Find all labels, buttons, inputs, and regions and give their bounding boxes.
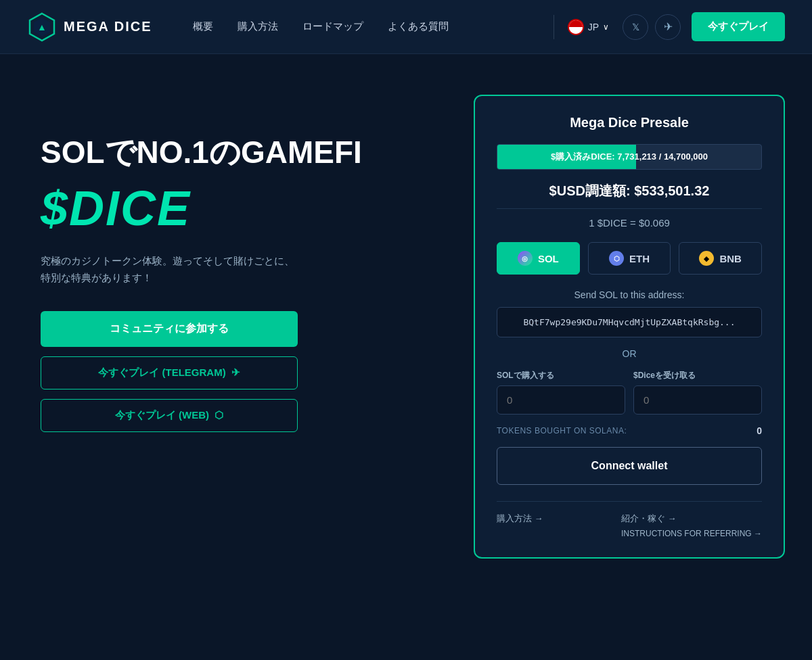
sol-label: SOL xyxy=(538,253,559,264)
nav-link-roadmap[interactable]: ロードマップ xyxy=(302,20,363,33)
card-footer: 購入方法 → 紹介・稼ぐ → INSTRUCTIONS FOR REFERRIN… xyxy=(497,501,762,538)
logo-text: MEGA DICE xyxy=(64,19,152,34)
lang-selector[interactable]: JP ∨ xyxy=(568,19,609,35)
chevron-down-icon: ∨ xyxy=(603,22,609,32)
divider-line xyxy=(497,208,762,209)
flag-icon xyxy=(568,19,584,35)
main-content: SOLでNO.1のGAMEFI $DICE 究極のカジノトークン体験。遊ってそし… xyxy=(0,54,812,586)
referral-link[interactable]: 紹介・稼ぐ → xyxy=(621,513,762,525)
twitter-icon: 𝕏 xyxy=(632,22,639,32)
or-divider: OR xyxy=(497,348,762,359)
card-footer-links: 購入方法 → 紹介・稼ぐ → INSTRUCTIONS FOR REFERRIN… xyxy=(497,513,762,538)
currency-tabs: ◎ SOL ⬡ ETH ◆ BNB xyxy=(497,242,762,275)
buy-sol-group: SOLで購入する xyxy=(497,370,625,415)
footer-left: 購入方法 → xyxy=(497,513,543,525)
nav-links: 概要 購入方法 ロードマップ よくある質問 xyxy=(193,20,540,33)
sol-tab[interactable]: ◎ SOL xyxy=(497,242,580,275)
web-play-button[interactable]: 今すぐプレイ (WEB) ⬡ xyxy=(41,399,298,432)
telegram-play-button[interactable]: 今すぐプレイ (TELEGRAM) ✈ xyxy=(41,356,298,390)
nav-link-overview[interactable]: 概要 xyxy=(193,20,213,33)
navbar: ▲ MEGA DICE 概要 購入方法 ロードマップ よくある質問 JP ∨ 𝕏… xyxy=(0,0,812,54)
receive-dice-group: $Diceを受け取る xyxy=(633,370,762,415)
footer-right: 紹介・稼ぐ → INSTRUCTIONS FOR REFERRING → xyxy=(621,513,762,538)
logo-area: ▲ MEGA DICE xyxy=(27,12,152,42)
bnb-icon: ◆ xyxy=(699,251,714,266)
twitter-icon-btn[interactable]: 𝕏 xyxy=(623,14,648,40)
buy-sol-input[interactable] xyxy=(497,385,625,415)
lang-text: JP xyxy=(588,22,599,32)
telegram-play-label: 今すぐプレイ (TELEGRAM) xyxy=(98,367,225,379)
instructions-link[interactable]: INSTRUCTIONS FOR REFERRING → xyxy=(621,529,762,538)
progress-bar-container: $購入済みDICE: 7,731,213 / 14,700,000 xyxy=(497,144,762,170)
svg-text:▲: ▲ xyxy=(37,22,47,32)
hero-description: 究極のカジノトークン体験。遊ってそして賭けごとに、特別な特典があります！ xyxy=(41,252,325,287)
send-sol-label: Send SOL to this address: xyxy=(497,289,762,300)
eth-tab[interactable]: ⬡ ETH xyxy=(588,242,671,275)
community-button[interactable]: コミュニティに参加する xyxy=(41,311,298,347)
web-play-label: 今すぐプレイ (WEB) xyxy=(115,409,209,422)
dice-price: 1 $DICE = $0.069 xyxy=(497,217,762,229)
buy-fields: SOLで購入する $Diceを受け取る xyxy=(497,370,762,415)
receive-dice-input[interactable] xyxy=(633,385,762,415)
tokens-bought-label: TOKENS BOUGHT ON SOLANA: xyxy=(497,426,627,435)
telegram-icon: ✈ xyxy=(664,20,673,33)
presale-title: Mega Dice Presale xyxy=(497,115,762,131)
bnb-label: BNB xyxy=(719,253,742,264)
sol-icon: ◎ xyxy=(518,251,533,266)
nav-link-faq[interactable]: よくある質問 xyxy=(388,20,449,33)
presale-card: Mega Dice Presale $購入済みDICE: 7,731,213 /… xyxy=(474,95,785,559)
sol-address-box[interactable]: BQtF7wp29e9KDu7MHqvcdMjtUpZXABtqkRsbg... xyxy=(497,307,762,337)
play-now-button[interactable]: 今すぐプレイ xyxy=(692,12,785,41)
eth-icon: ⬡ xyxy=(609,251,624,266)
tokens-bought-row: TOKENS BOUGHT ON SOLANA: 0 xyxy=(497,425,762,436)
buy-sol-label: SOLで購入する xyxy=(497,370,625,381)
nav-link-how-to-buy[interactable]: 購入方法 xyxy=(238,20,278,33)
hero-title: SOLでNO.1のGAMEFI xyxy=(41,135,447,170)
telegram-play-icon: ✈ xyxy=(231,367,240,379)
tokens-bought-value: 0 xyxy=(757,425,762,436)
logo-icon: ▲ xyxy=(27,12,57,42)
usd-raised: $USD調達額: $533,501.32 xyxy=(497,182,762,200)
nav-divider xyxy=(554,15,554,39)
social-icons: 𝕏 ✈ xyxy=(623,14,681,40)
cta-buttons: コミュニティに参加する 今すぐプレイ (TELEGRAM) ✈ 今すぐプレイ (… xyxy=(41,311,298,432)
dice-title: $DICE xyxy=(41,181,447,236)
web-play-icon: ⬡ xyxy=(215,409,223,421)
connect-wallet-button[interactable]: Connect wallet xyxy=(497,447,762,485)
receive-dice-label: $Diceを受け取る xyxy=(633,370,762,381)
eth-label: ETH xyxy=(629,253,650,264)
left-side: SOLでNO.1のGAMEFI $DICE 究極のカジノトークン体験。遊ってそし… xyxy=(41,95,447,432)
bnb-tab[interactable]: ◆ BNB xyxy=(679,242,762,275)
progress-label: $購入済みDICE: 7,731,213 / 14,700,000 xyxy=(497,145,761,169)
telegram-icon-btn[interactable]: ✈ xyxy=(655,14,681,40)
how-to-buy-link[interactable]: 購入方法 → xyxy=(497,513,543,525)
